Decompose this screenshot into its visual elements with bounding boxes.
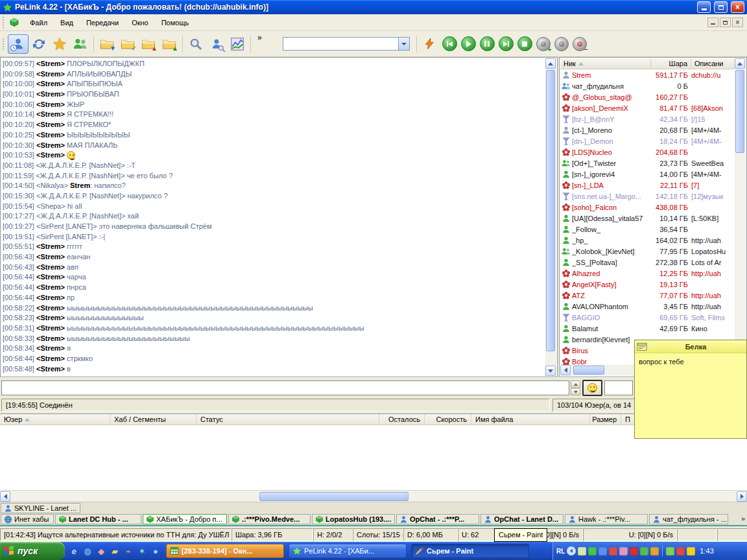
tray-mail-icon[interactable]: [619, 547, 628, 555]
scroll-down-button[interactable]: [545, 366, 556, 376]
user-row[interactable]: [Od+]_Twister23,73 ГБSweetBea: [560, 158, 737, 169]
user-row[interactable]: [akson]_DenemiX81,47 ГБ[68]Akson: [560, 102, 737, 113]
hub-tab[interactable]: Hawk - .:***Piv...: [565, 514, 648, 524]
tray-heart-icon[interactable]: [676, 547, 685, 555]
user-row[interactable]: Strem591,17 ГБdchub://u: [560, 69, 737, 80]
mdi-restore-button[interactable]: [720, 18, 731, 27]
scroll-left-button[interactable]: [0, 491, 10, 502]
user-row[interactable]: Balamut42,69 ГБКино: [560, 323, 737, 334]
tray-star-icon[interactable]: [588, 547, 597, 555]
combo-dropdown-button[interactable]: [398, 38, 409, 50]
user-row[interactable]: [bz-]_B@nnY42,34 ГБ[/]15: [560, 113, 737, 124]
user-row[interactable]: AngelX[Fasty]19,13 ГБ: [560, 279, 737, 290]
hub-tab[interactable]: ХАБикЪ - Добро п...: [143, 514, 227, 524]
tabs-overflow-button[interactable]: »: [741, 515, 745, 522]
user-row[interactable]: [sns.net.ua-]_Margo...142,18 ГБ[12]музык: [560, 191, 737, 202]
quick-launch-internet-icon[interactable]: ◍: [82, 546, 93, 556]
tray-shield-icon[interactable]: [630, 547, 638, 555]
start-button[interactable]: пуск: [0, 542, 65, 560]
user-row[interactable]: [UA][Odessa]_vitala5710,14 ГБ[L:50KB]: [560, 213, 737, 224]
tray-lightning-icon[interactable]: [687, 547, 695, 555]
sticky-note-header[interactable]: Белка: [635, 340, 746, 353]
toolbar-overflow-button[interactable]: »: [257, 31, 262, 42]
search-button[interactable]: [185, 34, 206, 54]
toolbar-gripper-2[interactable]: [3, 38, 5, 50]
media-stop-button[interactable]: [517, 36, 532, 51]
transfer-column-header-1[interactable]: Хаб / Сегменты: [110, 414, 196, 425]
quick-launch-messenger-icon[interactable]: ◆: [96, 546, 106, 556]
tray-phone-icon[interactable]: [650, 547, 659, 555]
user-row[interactable]: _Follow_36,54 ГБ: [560, 224, 737, 235]
toolbar-gripper[interactable]: [3, 17, 5, 29]
taskbar-window-button[interactable]: [283-338-194] - Окн...: [166, 544, 284, 558]
userlist-vertical-scrollbar[interactable]: [735, 58, 746, 376]
quick-launch-folder-icon[interactable]: ▰: [110, 546, 120, 556]
transfer-column-header-4[interactable]: Скорость: [425, 414, 471, 425]
user-row[interactable]: _SS_[Poltava]272,38 ГБLots of Ar: [560, 257, 737, 268]
volume-up-button[interactable]: +: [536, 37, 551, 51]
user-row[interactable]: [sn-]_LDA22,11 ГБ[7]: [560, 180, 737, 191]
user-row[interactable]: Alhazred12,25 ГБhttp://uah: [560, 268, 737, 279]
user-row[interactable]: BAGGIO69,65 ГБSoft, Films: [560, 312, 737, 323]
column-header-description[interactable]: Описани: [691, 58, 735, 69]
hub-tab[interactable]: Инет хабы: [1, 514, 54, 524]
media-next-button[interactable]: [499, 36, 514, 51]
hub-tab[interactable]: SKYLINE - Lanet ...: [1, 503, 80, 513]
hub-tab[interactable]: .:***Pivo.Medve...: [228, 514, 311, 524]
quick-launch-pelink-icon[interactable]: ✶: [137, 546, 147, 556]
hub-tab[interactable]: Lanet DC Hub - ...: [55, 514, 141, 524]
close-button[interactable]: ×: [731, 1, 744, 13]
hub-tab[interactable]: OpChat - Lanet D...: [480, 514, 563, 524]
taskbar-window-button[interactable]: PeLink 4.22 - [ХАБи...: [289, 544, 407, 558]
user-row[interactable]: [ct-]_Moreno20,68 ГБ[4M+/4M-: [560, 124, 737, 135]
download-queue-button[interactable]: ▼: [97, 34, 117, 54]
tray-expand-button[interactable]: [567, 546, 576, 555]
user-row[interactable]: [soho]_Falcon438,08 ГБ: [560, 202, 737, 213]
column-header-nick[interactable]: Ник: [560, 58, 651, 69]
tray-dc-hub-icon[interactable]: [609, 547, 617, 555]
media-play-button[interactable]: [461, 36, 476, 51]
transfer-column-header-3[interactable]: Осталось: [379, 414, 425, 425]
media-pause-button[interactable]: [480, 36, 495, 51]
restore-button[interactable]: [714, 1, 728, 13]
tray-notes-icon[interactable]: [578, 547, 586, 555]
search-user-button[interactable]: [206, 34, 227, 54]
transfer-column-header-6[interactable]: Размер: [590, 414, 621, 425]
volume-button[interactable]: [554, 37, 569, 51]
chat-message-input[interactable]: [1, 380, 569, 395]
minimize-button[interactable]: [697, 1, 711, 13]
scroll-right-button[interactable]: [737, 491, 747, 502]
scroll-up-button[interactable]: [735, 58, 745, 69]
user-row[interactable]: [dn-]_Demon18,24 ГБ[4M+/4M-: [560, 135, 737, 146]
tray-network-icon[interactable]: [599, 547, 607, 555]
mdi-close-button[interactable]: ×: [732, 18, 743, 27]
emoticon-button[interactable]: [582, 380, 602, 396]
winamp-button[interactable]: [420, 34, 440, 54]
quick-launch-ie-icon[interactable]: e: [69, 546, 79, 556]
refresh-button[interactable]: [29, 34, 49, 54]
finished-downloads-button[interactable]: ✓: [117, 34, 138, 54]
menu-item-2[interactable]: Передачи: [80, 16, 125, 29]
menu-item-4[interactable]: Помощь: [155, 16, 196, 29]
user-row[interactable]: [sn-]_igorevi414,00 ГБ[4M+/4M-: [560, 169, 737, 180]
scroll-up-button[interactable]: [545, 58, 556, 69]
transfer-column-header-2[interactable]: Статус: [196, 414, 379, 425]
search-spy-button[interactable]: [227, 34, 248, 54]
finished-uploads-button[interactable]: ▲: [159, 34, 180, 54]
user-row[interactable]: [LDS]Nucleo204,68 ГБ: [560, 146, 737, 158]
spin-down-button[interactable]: [571, 388, 580, 395]
menu-item-1[interactable]: Вид: [54, 16, 80, 29]
mdi-minimize-button[interactable]: [707, 18, 718, 27]
waiting-users-button[interactable]: ▲: [138, 34, 159, 54]
favorite-hubs-button[interactable]: [49, 34, 70, 54]
user-row[interactable]: @_Globus_sitag@160,27 ГБ: [560, 91, 737, 102]
scroll-thumb[interactable]: [573, 366, 604, 375]
quick-launch-winamp-icon[interactable]: ⌁: [123, 546, 134, 556]
chat-log[interactable]: [00:09:57] <Strem> ПЛОРЫЛКЛОПЫДЖКП[00:09…: [3, 59, 545, 375]
volume-down-button[interactable]: −: [573, 37, 587, 51]
user-row[interactable]: _Kolobok_[KievNet]77,95 ГБLopatosHu: [560, 246, 737, 257]
spin-up-button[interactable]: [571, 380, 580, 388]
scroll-thumb[interactable]: [259, 492, 409, 501]
scroll-left-button[interactable]: [560, 365, 571, 375]
quick-launch-media-player-icon[interactable]: ●: [150, 546, 161, 556]
